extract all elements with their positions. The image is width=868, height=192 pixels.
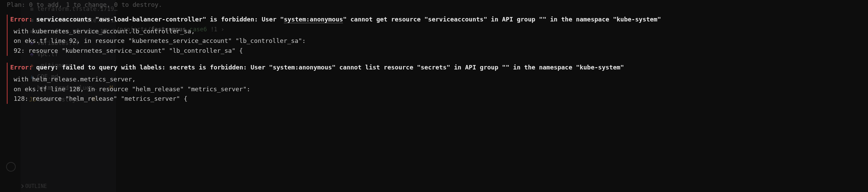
- error-context-line: 128: resource "helm_release" "metrics_se…: [14, 94, 861, 104]
- outline-label: OUTLINE: [25, 182, 47, 190]
- error-context-line: on eks.tf line 92, in resource "kubernet…: [14, 36, 861, 46]
- error-context-line: with kubernetes_service_account.lb_contr…: [14, 27, 861, 36]
- terminal-output[interactable]: Plan: 0 to add, 1 to change, 0 to destro…: [0, 0, 868, 104]
- outline-section[interactable]: OUTLINE: [20, 182, 47, 190]
- chevron-right-icon: [20, 184, 24, 188]
- error-message: query: failed to query with labels: secr…: [36, 64, 624, 71]
- error-context-line: with helm_release.metrics_server,: [14, 75, 861, 84]
- error-label: Error:: [10, 64, 32, 71]
- error-message-pre: serviceaccounts "aws-load-balancer-contr…: [36, 16, 284, 23]
- error-block: Error: serviceaccounts "aws-load-balance…: [7, 15, 861, 56]
- terraform-plan-summary: Plan: 0 to add, 1 to change, 0 to destro…: [7, 0, 861, 10]
- error-context: with helm_release.metrics_server, on eks…: [10, 75, 861, 104]
- error-message: serviceaccounts "aws-load-balancer-contr…: [36, 16, 661, 23]
- error-label: Error:: [10, 16, 32, 23]
- error-message-post: " cannot get resource "serviceaccounts" …: [343, 16, 661, 23]
- error-context-line: 92: resource "kubernetes_service_account…: [14, 46, 861, 56]
- error-message-underlined: system:anonymous: [284, 16, 343, 23]
- error-context: with kubernetes_service_account.lb_contr…: [10, 27, 861, 56]
- error-header: Error: serviceaccounts "aws-load-balance…: [10, 15, 861, 25]
- account-icon[interactable]: [6, 162, 16, 172]
- error-header: Error: query: failed to query with label…: [10, 63, 861, 73]
- error-block: Error: query: failed to query with label…: [7, 63, 861, 104]
- error-context-line: on eks.tf line 128, in resource "helm_re…: [14, 84, 861, 94]
